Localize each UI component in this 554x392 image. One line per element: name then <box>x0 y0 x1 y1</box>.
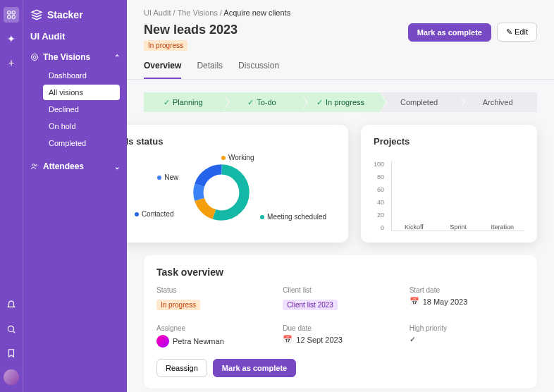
card-title: Task overview <box>156 267 524 278</box>
stage-in-progress[interactable]: ✓In progress <box>301 92 380 112</box>
bar-chart: 100 80 60 40 20 0 Kickoff Sprint Iterati… <box>374 154 524 231</box>
target-icon <box>30 53 39 61</box>
brand: Stacker <box>30 8 120 21</box>
legend-new: New <box>157 173 178 181</box>
check-icon: ✓ <box>410 335 524 344</box>
field-due-date: Due date 📅12 Sept 2023 <box>283 324 398 348</box>
check-icon: ✓ <box>316 98 323 107</box>
field-status: Status In progress <box>156 286 271 310</box>
add-icon[interactable]: + <box>4 55 19 71</box>
crumb-2: Acquire new clients <box>223 8 290 17</box>
bell-icon[interactable] <box>4 298 19 313</box>
field-start-date: Start date 📅18 May 2023 <box>410 286 524 310</box>
icon-rail: ✦ + <box>0 0 23 392</box>
nav-sub-visions: Dashboard All visions Declined On hold C… <box>43 68 120 151</box>
field-assignee: Assignee Petra Newman <box>156 324 271 348</box>
nav-group-visions[interactable]: The Visions ⌃ <box>30 49 120 66</box>
stage-archived[interactable]: Archived <box>458 92 537 112</box>
search-icon[interactable] <box>4 321 19 337</box>
nav-group-label: Attendees <box>43 161 84 171</box>
stage-planning[interactable]: ✓Planning <box>144 92 223 112</box>
bar-sprint: Sprint <box>436 221 481 231</box>
svg-rect-2 <box>8 16 11 18</box>
donut-chart: Working New Contacted Meeting scheduled <box>127 154 336 231</box>
edit-button[interactable]: ✎ Edit <box>497 23 537 42</box>
main: UI Audit / The Visions / Acquire new cli… <box>127 0 554 392</box>
reassign-button[interactable]: Reassign <box>156 359 207 377</box>
svg-point-8 <box>36 165 37 166</box>
user-avatar[interactable] <box>4 369 19 385</box>
calendar-icon: 📅 <box>283 335 293 344</box>
crumb-1[interactable]: The Visions <box>178 8 218 17</box>
svg-point-6 <box>33 56 36 59</box>
people-icon <box>30 162 39 171</box>
legend-working: Working <box>221 154 254 161</box>
stage-todo[interactable]: ✓To-do <box>223 92 302 112</box>
brand-name: Stacker <box>47 9 83 20</box>
legend-contacted: Contacted <box>135 210 174 218</box>
tab-details[interactable]: Details <box>197 61 223 79</box>
mark-complete-button[interactable]: Mark as complete <box>408 23 491 42</box>
sidebar-item-all-visions[interactable]: All visions <box>43 85 120 100</box>
status-badge: In progress <box>144 40 187 51</box>
app-switcher-icon[interactable] <box>4 7 19 23</box>
sidebar-item-completed[interactable]: Completed <box>43 135 120 151</box>
nav-group-attendees[interactable]: Attendees ⌄ <box>30 158 120 175</box>
stage-progress: ✓Planning ✓To-do ✓In progress Completed … <box>144 92 537 112</box>
tabs: Overview Details Discussion <box>127 51 554 80</box>
calendar-icon: 📅 <box>410 297 419 306</box>
check-icon: ✓ <box>247 98 254 107</box>
sidebar-item-on-hold[interactable]: On hold <box>43 118 120 134</box>
sparkle-icon[interactable]: ✦ <box>4 31 19 47</box>
card-title: Leads status <box>127 136 336 147</box>
crumb-0[interactable]: UI Audit <box>144 8 171 17</box>
check-icon: ✓ <box>164 98 170 107</box>
task-overview-card: Task overview Status In progress Client … <box>144 255 537 388</box>
svg-rect-0 <box>8 11 11 14</box>
status-value: In progress <box>156 300 200 310</box>
field-high-priority: High priority ✓ <box>410 324 524 348</box>
svg-point-4 <box>8 326 13 331</box>
projects-card: Projects 100 80 60 40 20 0 Kickoff Sprin… <box>361 125 537 243</box>
bar-kickoff: Kickoff <box>392 221 436 231</box>
nav-group-label: The Visions <box>43 52 90 62</box>
leads-status-card: Leads status Working New Contacted Meeti… <box>127 125 348 243</box>
bar-iteration: Iteration <box>480 221 524 231</box>
chevron-down-icon: ⌄ <box>114 163 120 171</box>
donut-svg <box>191 162 252 223</box>
stage-completed[interactable]: Completed <box>380 92 459 112</box>
svg-point-5 <box>32 54 38 61</box>
workspace-title: UI Audit <box>30 31 120 42</box>
legend-meeting: Meeting scheduled <box>260 213 326 221</box>
sidebar-item-dashboard[interactable]: Dashboard <box>43 68 120 83</box>
tab-discussion[interactable]: Discussion <box>238 61 279 79</box>
y-axis: 100 80 60 40 20 0 <box>374 161 384 231</box>
svg-rect-1 <box>12 11 15 14</box>
sidebar-item-declined[interactable]: Declined <box>43 102 120 117</box>
pencil-icon: ✎ <box>506 27 512 36</box>
assignee-avatar <box>156 335 169 348</box>
sidebar: Stacker UI Audit The Visions ⌃ Dashboard… <box>23 0 127 392</box>
task-complete-button[interactable]: Mark as complete <box>213 359 296 377</box>
tab-overview[interactable]: Overview <box>144 61 181 79</box>
breadcrumb: UI Audit / The Visions / Acquire new cli… <box>127 0 554 17</box>
bookmark-icon[interactable] <box>4 345 19 361</box>
edit-label: Edit <box>515 27 528 36</box>
svg-rect-3 <box>12 16 15 18</box>
chevron-up-icon: ⌃ <box>114 54 120 61</box>
card-title: Projects <box>374 136 524 147</box>
field-client-list: Client list Client list 2023 <box>283 286 398 310</box>
client-list-value[interactable]: Client list 2023 <box>283 300 338 310</box>
page-title: New leads 2023 <box>144 23 238 37</box>
svg-point-7 <box>32 164 35 166</box>
